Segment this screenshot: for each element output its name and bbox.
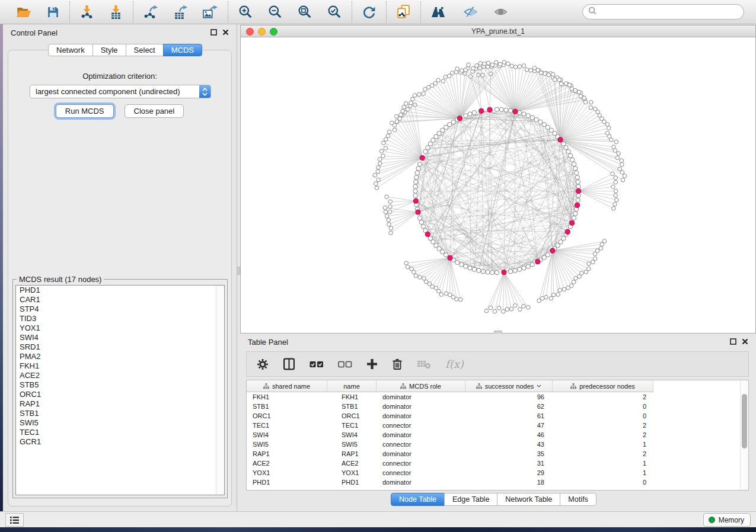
mcds-result-item[interactable]: STB1 bbox=[16, 409, 224, 418]
cell-name: TEC1 bbox=[327, 421, 377, 430]
cell-shared: RAP1 bbox=[247, 449, 327, 459]
optimization-criterion-select[interactable]: largest connected component (undirected) bbox=[30, 85, 211, 98]
mcds-result-title: MCDS result (17 nodes) bbox=[17, 275, 104, 284]
open-session-icon[interactable] bbox=[16, 6, 31, 18]
cell-name: ACE2 bbox=[327, 459, 377, 468]
vertical-splitter-handle[interactable] bbox=[237, 267, 240, 275]
search-network-icon[interactable] bbox=[431, 7, 448, 18]
table-row[interactable]: YOX1YOX1connector291 bbox=[247, 468, 748, 477]
table-row[interactable]: ORC1ORC1dominator610 bbox=[247, 411, 748, 421]
zoom-fit-icon[interactable] bbox=[298, 5, 312, 19]
close-panel-button[interactable]: Close panel bbox=[125, 104, 184, 118]
task-history-button[interactable] bbox=[5, 513, 24, 527]
mcds-result-item[interactable]: FKH1 bbox=[16, 361, 224, 371]
mcds-result-item[interactable]: SWI5 bbox=[16, 418, 224, 428]
cell-pred: 2 bbox=[553, 392, 653, 402]
table-row[interactable]: ACE2ACE2connector311 bbox=[247, 459, 748, 468]
table-row[interactable]: PHD1PHD1dominator180 bbox=[247, 477, 748, 487]
select-all-rows-icon[interactable] bbox=[310, 361, 324, 368]
cell-shared: TEC1 bbox=[247, 421, 327, 430]
control-panel-title: Control Panel bbox=[11, 28, 58, 37]
close-panel-icon[interactable] bbox=[222, 27, 229, 38]
clone-network-icon[interactable] bbox=[397, 5, 410, 19]
mcds-result-item[interactable]: PHD1 bbox=[16, 286, 224, 295]
mcds-result-item[interactable]: GCR1 bbox=[16, 437, 224, 447]
import-network-icon[interactable] bbox=[80, 5, 94, 19]
table-scrollbar[interactable] bbox=[740, 380, 748, 490]
mcds-list-scrollbar[interactable] bbox=[216, 286, 224, 495]
run-mcds-button[interactable]: Run MCDS bbox=[56, 104, 114, 118]
column-header-MCDS-role[interactable]: MCDS role bbox=[377, 380, 465, 392]
hide-graphics-details-icon[interactable] bbox=[463, 6, 478, 18]
network-view-window: YPA_prune.txt_1 bbox=[240, 25, 756, 334]
mcds-result-item[interactable]: STB5 bbox=[16, 380, 224, 390]
tab-motifs[interactable]: Motifs bbox=[560, 493, 596, 506]
delete-columns-icon[interactable] bbox=[392, 358, 403, 370]
mcds-panel: Optimization criterion: largest connecte… bbox=[8, 50, 232, 507]
table-row[interactable]: FKH1FKH1dominator962 bbox=[247, 392, 748, 402]
search-input[interactable] bbox=[599, 8, 738, 17]
table-row[interactable]: RAP1RAP1dominator352 bbox=[247, 449, 748, 459]
zoom-out-icon[interactable] bbox=[268, 5, 282, 19]
control-panel-tabs: NetworkStyleSelectMCDS bbox=[49, 44, 202, 56]
export-table-icon[interactable] bbox=[173, 5, 187, 19]
mcds-result-item[interactable]: ACE2 bbox=[16, 371, 224, 380]
column-visibility-icon[interactable] bbox=[283, 358, 295, 370]
tab-network[interactable]: Network bbox=[48, 44, 93, 56]
float-table-panel-icon[interactable] bbox=[730, 336, 736, 347]
mcds-result-item[interactable]: YOX1 bbox=[16, 323, 224, 333]
tab-edge-table[interactable]: Edge Table bbox=[444, 493, 497, 506]
column-header-predecessor-nodes[interactable]: predecessor nodes bbox=[553, 380, 653, 392]
cell-pred: 2 bbox=[553, 421, 653, 430]
table-scrollbar-thumb[interactable] bbox=[742, 394, 747, 448]
import-table-icon[interactable] bbox=[109, 5, 123, 19]
table-row[interactable]: SWI4SWI4dominator462 bbox=[247, 430, 748, 440]
mcds-result-item[interactable]: TID3 bbox=[16, 314, 224, 323]
close-window-icon[interactable] bbox=[246, 28, 254, 36]
export-image-icon[interactable] bbox=[203, 5, 218, 19]
refresh-icon[interactable] bbox=[362, 5, 376, 19]
tab-select[interactable]: Select bbox=[126, 44, 164, 56]
table-row[interactable]: SWI5SWI5connector431 bbox=[247, 440, 748, 449]
control-panel: Control Panel NetworkStyleSelectMCDS Opt… bbox=[3, 24, 237, 511]
tab-network-table[interactable]: Network Table bbox=[497, 493, 560, 506]
tab-node-table[interactable]: Node Table bbox=[391, 493, 445, 506]
table-row[interactable]: TEC1TEC1connector472 bbox=[247, 421, 748, 430]
memory-button[interactable]: Memory bbox=[703, 513, 751, 527]
close-table-panel-icon[interactable] bbox=[742, 336, 748, 347]
export-network-icon[interactable] bbox=[143, 5, 158, 19]
mcds-result-item[interactable]: ORC1 bbox=[16, 390, 224, 399]
table-settings-icon[interactable] bbox=[257, 358, 269, 370]
mcds-result-item[interactable]: PMA2 bbox=[16, 352, 224, 361]
column-header-shared-name[interactable]: shared name bbox=[247, 380, 327, 392]
maximize-window-icon[interactable] bbox=[270, 28, 277, 36]
zoom-in-icon[interactable] bbox=[238, 5, 253, 19]
create-column-icon[interactable] bbox=[366, 358, 378, 370]
cell-name: RAP1 bbox=[327, 449, 377, 459]
select-stepper-icon bbox=[199, 85, 210, 98]
show-graphics-details-icon[interactable] bbox=[493, 6, 508, 18]
network-window-titlebar[interactable]: YPA_prune.txt_1 bbox=[240, 25, 756, 37]
column-header-name[interactable]: name bbox=[327, 380, 377, 392]
cell-name: FKH1 bbox=[327, 392, 377, 402]
table-row[interactable]: STB1STB1dominator620 bbox=[247, 402, 748, 411]
tab-style[interactable]: Style bbox=[92, 44, 126, 56]
network-canvas[interactable] bbox=[240, 37, 756, 334]
deselect-all-rows-icon[interactable] bbox=[338, 361, 352, 368]
mcds-result-item[interactable]: TEC1 bbox=[16, 428, 224, 437]
save-session-icon[interactable] bbox=[47, 6, 59, 18]
network-search-box[interactable] bbox=[582, 4, 744, 20]
tab-mcds[interactable]: MCDS bbox=[163, 44, 202, 56]
mcds-result-item[interactable]: SWI4 bbox=[16, 333, 224, 342]
mcds-result-item[interactable]: CAR1 bbox=[16, 295, 224, 305]
memory-label: Memory bbox=[719, 516, 744, 524]
minimize-window-icon[interactable] bbox=[258, 28, 266, 36]
column-header-successor-nodes[interactable]: successor nodes bbox=[465, 380, 553, 392]
mcds-result-item[interactable]: STP4 bbox=[16, 305, 224, 314]
zoom-selected-icon[interactable] bbox=[327, 5, 342, 19]
cell-shared: STB1 bbox=[247, 402, 327, 411]
mcds-result-item[interactable]: SRD1 bbox=[16, 342, 224, 352]
mcds-result-item[interactable]: RAP1 bbox=[16, 399, 224, 409]
cell-pred: 1 bbox=[553, 440, 653, 449]
float-panel-icon[interactable] bbox=[210, 27, 217, 38]
